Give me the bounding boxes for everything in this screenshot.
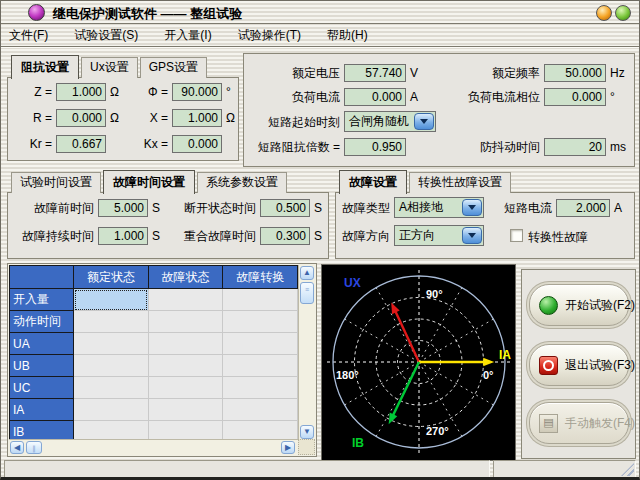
prefault-input[interactable]: 5.000	[98, 199, 148, 217]
table-cell[interactable]	[148, 333, 223, 355]
table-cell[interactable]	[148, 399, 223, 421]
prefault-field: 故障前时间 5.000 S	[14, 199, 160, 217]
load-current-label: 负荷电流	[268, 89, 340, 106]
kr-label: Kr =	[14, 137, 52, 151]
menu-test-settings[interactable]: 试验设置(S)	[74, 27, 138, 44]
vector-line	[393, 362, 419, 416]
short-start-combo[interactable]: 合闸角随机	[344, 111, 436, 132]
tab-fault-time[interactable]: 故障时间设置	[103, 170, 195, 194]
chevron-down-icon[interactable]	[462, 227, 482, 244]
start-test-button[interactable]: 开始试验(F2)	[529, 284, 629, 326]
table-cell[interactable]	[148, 311, 223, 333]
horizontal-scroll-thumb[interactable]: ∥	[26, 441, 42, 454]
short-current-field: 短路电流 2.000 A	[504, 199, 622, 217]
tab-gps-settings[interactable]: GPS设置	[140, 57, 207, 78]
menu-test-operation[interactable]: 试验操作(T)	[238, 27, 301, 44]
table-cell[interactable]	[74, 289, 149, 311]
vector-plot-svg: 90° 180° 0° 270° UX IA IB	[322, 265, 515, 460]
convert-fault-checkbox[interactable]	[510, 229, 523, 242]
scroll-up-button[interactable]: ▲	[300, 266, 314, 280]
impedance-mult-input[interactable]: 0.950	[344, 138, 406, 156]
tab-system-params[interactable]: 系统参数设置	[197, 172, 287, 193]
vertical-scroll-thumb[interactable]: ≡	[300, 282, 314, 304]
kx-input[interactable]: 0.000	[172, 135, 222, 153]
kx-field: Kx = 0.000	[140, 135, 222, 153]
z-input[interactable]: 1.000	[56, 83, 106, 101]
table-cell[interactable]	[223, 311, 298, 333]
title-bar[interactable]: 继电保护测试软件 —— 整组试验	[1, 1, 639, 23]
close-button[interactable]	[615, 5, 631, 21]
reclose-fault-input[interactable]: 0.300	[260, 227, 310, 245]
table-cell[interactable]	[74, 355, 149, 377]
status-bar	[4, 460, 636, 478]
reclose-fault-unit: S	[314, 229, 322, 243]
column-header: 额定状态	[74, 266, 149, 289]
scroll-right-button[interactable]: ▶	[281, 441, 295, 454]
rated-freq-input[interactable]: 50.000	[544, 64, 606, 82]
resize-grip[interactable]	[621, 463, 634, 476]
table-cell[interactable]	[223, 377, 298, 399]
start-icon	[539, 296, 558, 315]
actions-panel: 开始试验(F2) 退出试验(F3) ▤ 手动触发(F4)	[521, 269, 636, 459]
angle-label-270: 270°	[426, 425, 449, 437]
r-field: R = 0.000 Ω	[14, 109, 119, 127]
table-row: IA	[10, 399, 298, 421]
vertical-scrollbar[interactable]: ▲ ≡ ▼	[298, 265, 315, 440]
scroll-left-button[interactable]: ◀	[10, 441, 24, 454]
open-state-input[interactable]: 0.500	[260, 199, 310, 217]
column-header: 故障状态	[148, 266, 223, 289]
tab-test-time[interactable]: 试验时间设置	[11, 172, 101, 193]
menu-file[interactable]: 文件(F)	[9, 27, 48, 44]
table-cell[interactable]	[223, 421, 298, 441]
series-label-ux: UX	[344, 276, 361, 290]
table-cell[interactable]	[223, 289, 298, 311]
table-cell[interactable]	[223, 355, 298, 377]
load-current-input[interactable]: 0.000	[344, 88, 406, 106]
scroll-down-button[interactable]: ▼	[300, 425, 314, 439]
table-cell[interactable]	[74, 421, 149, 441]
rated-freq-field: 额定频率 50.000 Hz	[468, 64, 625, 82]
r-input[interactable]: 0.000	[56, 109, 106, 127]
row-header: 动作时间	[10, 311, 74, 333]
table-cell[interactable]	[74, 311, 149, 333]
rated-voltage-input[interactable]: 57.740	[344, 64, 406, 82]
table-cell[interactable]	[74, 333, 149, 355]
table-cell[interactable]	[148, 377, 223, 399]
table-cell[interactable]	[223, 399, 298, 421]
short-start-value: 合闸角随机	[345, 113, 414, 130]
horizontal-scrollbar[interactable]: ◀ ∥ ▶	[9, 439, 298, 455]
debounce-input[interactable]: 20	[544, 138, 606, 156]
table-cell[interactable]	[74, 399, 149, 421]
tab-fault-settings[interactable]: 故障设置	[339, 170, 407, 194]
debounce-field: 防抖动时间 20 ms	[468, 138, 626, 156]
fault-duration-input[interactable]: 1.000	[98, 227, 148, 245]
menu-help[interactable]: 帮助(H)	[327, 27, 368, 44]
table-cell[interactable]	[223, 333, 298, 355]
r-unit: Ω	[110, 111, 119, 125]
table-cell[interactable]	[74, 377, 149, 399]
short-current-input[interactable]: 2.000	[556, 199, 610, 217]
load-phase-input[interactable]: 0.000	[544, 88, 606, 106]
chevron-down-icon[interactable]	[462, 199, 482, 216]
fault-type-combo[interactable]: A相接地	[394, 197, 484, 218]
table-cell[interactable]	[148, 421, 223, 441]
tab-ux-settings[interactable]: Ux设置	[81, 57, 138, 78]
table-resize-corner[interactable]	[298, 439, 315, 455]
x-input[interactable]: 1.000	[172, 109, 222, 127]
row-header: 开入量	[10, 289, 74, 311]
timing-tabbody: 故障前时间 5.000 S 断开状态时间 0.500 S 故障持续时间 1.00…	[7, 192, 329, 259]
phi-input[interactable]: 90.000	[172, 83, 222, 101]
minimize-button[interactable]	[596, 5, 612, 21]
table-cell[interactable]	[148, 289, 223, 311]
kr-input[interactable]: 0.667	[56, 135, 106, 153]
fault-direction-combo[interactable]: 正方向	[394, 225, 484, 246]
menu-binary-input[interactable]: 开入量(I)	[164, 27, 211, 44]
manual-trigger-button[interactable]: ▤ 手动触发(F4)	[529, 402, 629, 444]
menubar-separator-highlight	[1, 47, 639, 48]
exit-test-button[interactable]: 退出试验(F3)	[529, 344, 629, 386]
chevron-down-icon[interactable]	[414, 113, 434, 130]
table-cell[interactable]	[148, 355, 223, 377]
vector-arrowhead	[483, 358, 494, 366]
tab-impedance-settings[interactable]: 阻抗设置	[11, 55, 79, 79]
tab-convert-fault-settings[interactable]: 转换性故障设置	[409, 172, 511, 193]
